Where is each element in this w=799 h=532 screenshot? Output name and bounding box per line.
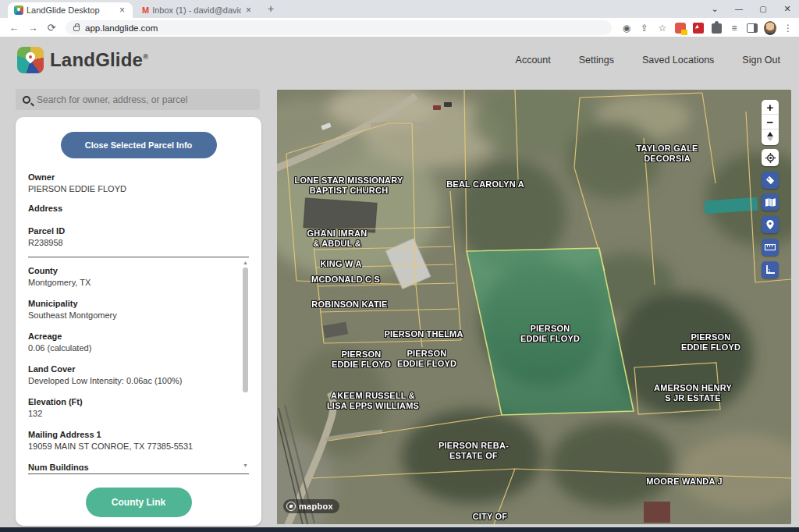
field-value: 19059 MAIN ST CONROE, TX 77385-5531 — [28, 441, 249, 452]
field-label: Parcel ID — [28, 225, 249, 237]
field-label: County — [28, 265, 249, 277]
zoom-in-button[interactable]: + — [762, 100, 779, 115]
side-panel-icon[interactable] — [746, 22, 758, 34]
tab-strip: LandGlide Desktop × M Inbox (1) - david@… — [0, 0, 799, 18]
parcel-label: PIERSON REBA- ESTATE OF — [439, 441, 509, 461]
parcel-label: PIERSON THELMA — [384, 329, 463, 339]
playlist-icon[interactable]: ≡ — [728, 22, 740, 34]
basemap-toggle-button[interactable] — [762, 193, 779, 211]
pdf-extension-icon[interactable] — [692, 22, 705, 34]
field-elevation-ft-: Elevation (Ft)132 — [28, 396, 249, 420]
zoom-control: + − — [762, 100, 779, 145]
parcel-label: AMERSON HENRY S JR ESTATE — [654, 383, 732, 403]
lock-icon — [73, 26, 80, 31]
nav-sign-out[interactable]: Sign Out — [742, 55, 780, 66]
field-label: Land Cover — [28, 364, 249, 375]
field-label: Mailing Address 1 — [28, 429, 249, 441]
measure-button[interactable] — [762, 239, 779, 256]
share-icon[interactable]: ⇪ — [638, 22, 651, 34]
parcel-label: MCDONALD C S — [311, 275, 380, 285]
kebab-menu-icon[interactable]: ⋮ — [782, 22, 794, 34]
parcel-label: PIERSON EDDIE FLOYD — [520, 324, 580, 344]
location-icon[interactable]: ◉ — [620, 22, 633, 34]
parcel-label: MOORE WANDA J — [646, 477, 723, 487]
tag-icon — [765, 176, 775, 185]
tab-search-icon[interactable]: ⌄ — [703, 0, 726, 17]
nav-saved-locations[interactable]: Saved Locations — [642, 55, 714, 66]
field-value: 132 — [28, 408, 249, 420]
field-mailing-address-1: Mailing Address 119059 MAIN ST CONROE, T… — [28, 429, 249, 452]
divider — [28, 473, 249, 474]
nav-settings[interactable]: Settings — [579, 55, 614, 66]
saved-pins-button[interactable] — [762, 216, 779, 233]
brand-title: LandGlide® — [50, 49, 148, 71]
tab-gmail[interactable]: M Inbox (1) - david@davidmdunn.c × — [136, 2, 259, 18]
browser-toolbar: ← → ⟳ app.landglide.com ◉ ⇪ ☆ ≡ ⋮ — [0, 18, 799, 37]
parcel-label: ROBINSON KATIE — [311, 300, 387, 310]
scroll-up-icon[interactable]: ▲ — [242, 259, 249, 266]
zoom-out-button[interactable]: − — [762, 115, 779, 129]
address-bar[interactable]: app.landglide.com — [66, 20, 612, 35]
tab-close-icon[interactable]: × — [244, 5, 253, 16]
tab-landglide[interactable]: LandGlide Desktop × — [8, 2, 133, 18]
elevation-profile-button[interactable] — [762, 261, 779, 278]
parcel-info-panel: Close Selected Parcel Info OwnerPIERSON … — [16, 117, 261, 526]
fields-top: OwnerPIERSON EDDIE FLOYDAddressParcel ID… — [28, 172, 249, 249]
profile-avatar[interactable] — [764, 22, 776, 34]
map-canvas[interactable]: LONE STAR MISSIONARY BAPTIST CHURCHBEAL … — [277, 90, 791, 524]
field-value — [28, 215, 249, 218]
parcel-label: GHANI IMRAN & ABDUL & — [307, 229, 368, 249]
locate-me-button[interactable] — [762, 149, 779, 166]
parcel-label: PIERSON EDDIE FLOYD — [681, 332, 740, 353]
parcel-label: CITY OF — [473, 512, 508, 522]
mapbox-attribution[interactable]: mapbox — [283, 499, 339, 513]
minimize-button[interactable]: — — [727, 0, 751, 17]
panel-scrollbar[interactable]: ▲ ▼ — [242, 259, 249, 469]
field-label: Owner — [28, 172, 249, 183]
parcel-labels-toggle-button[interactable] — [762, 172, 779, 189]
mapbox-logo-icon — [286, 502, 296, 511]
field-value: 0.06 (calculated) — [28, 342, 249, 354]
ruler-icon — [765, 244, 776, 250]
header-nav: AccountSettingsSaved LocationsSign Out — [516, 55, 780, 66]
field-num-buildings: Num Buildings0 — [28, 462, 249, 470]
extension-badge-icon[interactable] — [674, 22, 687, 34]
bookmark-star-icon[interactable]: ☆ — [656, 22, 669, 34]
field-label: Elevation (Ft) — [28, 396, 249, 408]
field-county: CountyMontgomery, TX — [28, 265, 249, 289]
parcel-label: KING W A — [320, 259, 361, 269]
parcel-details-scroll[interactable]: CountyMontgomery, TXMunicipalitySoutheas… — [28, 257, 249, 470]
field-value: R238958 — [28, 237, 249, 249]
forward-icon[interactable]: → — [25, 20, 41, 36]
mapbox-wordmark: mapbox — [299, 502, 333, 511]
field-value: Montgomery, TX — [28, 277, 249, 289]
new-tab-button[interactable]: + — [264, 2, 278, 16]
tab-title: LandGlide Desktop — [27, 5, 115, 15]
field-label: Acreage — [28, 331, 249, 342]
field-value: Southeast Montgomery — [28, 310, 249, 321]
tab-close-icon[interactable]: × — [118, 5, 126, 16]
landglide-page: LandGlide® AccountSettingsSaved Location… — [0, 37, 799, 527]
field-label: Num Buildings — [28, 462, 249, 470]
close-selected-parcel-button[interactable]: Close Selected Parcel Info — [61, 132, 217, 158]
fields-scroll: CountyMontgomery, TXMunicipalitySoutheas… — [28, 265, 249, 470]
landglide-logo-icon — [17, 47, 44, 73]
compass-button[interactable] — [762, 129, 779, 144]
page-gutter — [791, 75, 799, 532]
field-acreage: Acreage0.06 (calculated) — [28, 331, 249, 354]
scrollbar-thumb[interactable] — [243, 268, 248, 392]
county-link-button[interactable]: County Link — [86, 488, 192, 517]
nav-account[interactable]: Account — [516, 55, 551, 66]
close-button[interactable]: ✕ — [776, 0, 799, 17]
reload-icon[interactable]: ⟳ — [44, 20, 59, 36]
search-input[interactable]: Search for owner, address, or parcel — [16, 89, 260, 110]
field-owner: OwnerPIERSON EDDIE FLOYD — [28, 172, 249, 195]
scroll-down-icon[interactable]: ▼ — [242, 462, 249, 469]
back-icon[interactable]: ← — [6, 20, 22, 36]
extensions-puzzle-icon[interactable] — [710, 22, 723, 34]
chart-axis-icon — [765, 265, 775, 275]
gmail-favicon-icon: M — [142, 5, 149, 15]
maximize-button[interactable]: ▢ — [751, 0, 775, 17]
parcel-label: PIERSON EDDIE FLOYD — [332, 349, 391, 370]
window-bottom-edge — [0, 527, 799, 532]
